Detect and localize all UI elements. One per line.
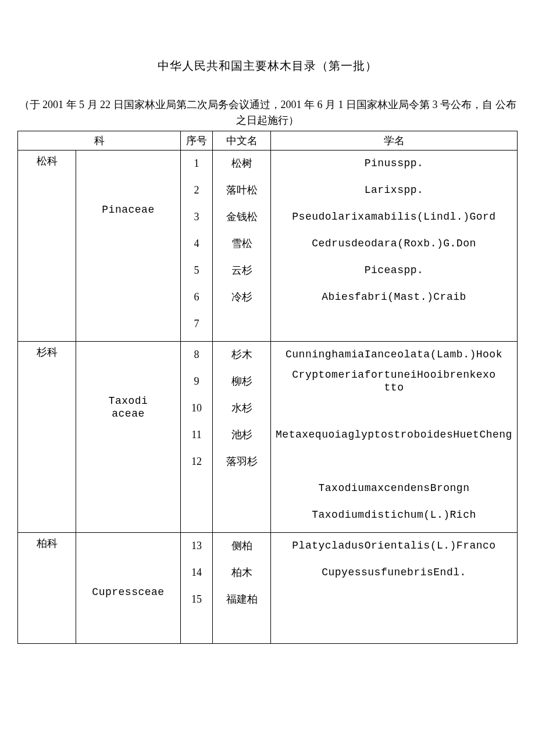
family-latin-cell: Cupressceae [76, 533, 181, 644]
latin-cell: Pinusspp.Larixspp.Pseudolarixamabilis(Li… [271, 151, 518, 342]
table-row: 柏科Cupressceae131415侧柏柏木福建柏PlatycladusOri… [18, 533, 518, 644]
seq-value: 3 [194, 204, 199, 231]
cn-name: 松树 [231, 151, 252, 177]
seq-value: 11 [191, 422, 201, 449]
latin-name: Pinusspp. [271, 151, 517, 177]
latin-cell: PlatycladusOrientalis(L.)FrancoCupyessus… [271, 533, 518, 644]
seq-value: 13 [191, 533, 202, 560]
latin-name: Taxodiumdistichum(L.)Rich [271, 502, 517, 529]
latin-name [271, 586, 517, 613]
seq-value: 2 [194, 177, 199, 204]
cn-cell: 杉木柳杉水杉池杉落羽杉 [213, 342, 271, 533]
family-latin-cell: Taxodi aceae [76, 342, 181, 533]
th-family: 科 [18, 131, 181, 151]
table-row: 杉科Taxodi aceae89101112杉木柳杉水杉池杉落羽杉Cunning… [18, 342, 518, 533]
cn-name: 金钱松 [226, 204, 258, 231]
cn-name: 侧柏 [231, 533, 252, 560]
family-cn: 杉科 [18, 342, 76, 532]
latin-name: Larixspp. [271, 177, 517, 204]
th-seq: 序号 [181, 131, 213, 151]
th-latin: 学名 [271, 131, 518, 151]
seq-value: 15 [191, 586, 202, 613]
cn-name: 落羽杉 [226, 449, 258, 475]
page-title: 中华人民共和国主要林木目录（第一批） [17, 58, 518, 74]
latin-name [271, 613, 517, 640]
document-page: 中华人民共和国主要林木目录（第一批） （于 2001 年 5 月 22 日国家林… [0, 0, 535, 673]
issuance-note: （于 2001 年 5 月 22 日国家林业局第二次局务会议通过，2001 年 … [17, 97, 518, 128]
latin-name [271, 395, 517, 422]
latin-name: Abiesfabri(Mast.)Craib [271, 284, 517, 311]
seq-value: 6 [194, 284, 199, 311]
cn-cell: 松树落叶松金钱松雪松云杉冷杉 [213, 151, 271, 342]
latin-name: Pseudolarixamabilis(Lindl.)Gord [271, 204, 517, 231]
latin-name: MetaxequoiaglyptostroboidesHuetCheng [271, 422, 517, 449]
forest-species-table: 科 序号 中文名 学名 松科Pinaceae1234567松树落叶松金钱松雪松云… [17, 131, 518, 644]
latin-name: CryptomeriafortuneiHooibrenkexo tto [271, 368, 517, 395]
cn-name: 杉木 [231, 342, 252, 368]
latin-name [271, 449, 517, 475]
seq-value: 10 [191, 395, 202, 422]
latin-name [271, 311, 517, 338]
seq-value: 5 [194, 257, 199, 284]
th-cn: 中文名 [213, 131, 271, 151]
seq-value: 4 [194, 231, 199, 257]
family-cn: 松科 [18, 151, 76, 341]
cn-name: 冷杉 [231, 284, 252, 311]
cn-name: 落叶松 [226, 177, 258, 204]
latin-name: PlatycladusOrientalis(L.)Franco [271, 533, 517, 560]
family-latin: Taxodi aceae [76, 342, 180, 529]
seq-value: 8 [194, 342, 199, 368]
family-latin: Cupressceae [76, 533, 180, 640]
cn-cell: 侧柏柏木福建柏 [213, 533, 271, 644]
seq-value: 7 [194, 311, 199, 338]
seq-value: 1 [194, 151, 199, 177]
table-row: 松科Pinaceae1234567松树落叶松金钱松雪松云杉冷杉Pinusspp.… [18, 151, 518, 342]
seq-cell: 131415 [181, 533, 213, 644]
seq-cell: 89101112 [181, 342, 213, 533]
table-header-row: 科 序号 中文名 学名 [18, 131, 518, 151]
cn-name: 雪松 [231, 231, 252, 257]
seq-value: 12 [191, 449, 202, 475]
family-latin: Pinaceae [76, 151, 180, 338]
family-cn-cell: 杉科 [18, 342, 76, 533]
latin-name: Piceaspp. [271, 257, 517, 284]
latin-name: CupyessusfunebrisEndl. [271, 560, 517, 586]
family-cn-cell: 松科 [18, 151, 76, 342]
cn-name: 云杉 [231, 257, 252, 284]
cn-name: 柏木 [231, 560, 252, 586]
family-cn-cell: 柏科 [18, 533, 76, 644]
latin-cell: CunninghamiaIanceolata(Lamb.)HookCryptom… [271, 342, 518, 533]
seq-value: 9 [194, 368, 199, 395]
seq-value: 14 [191, 560, 202, 586]
family-cn: 柏科 [18, 533, 76, 643]
cn-name: 柳杉 [231, 368, 252, 395]
cn-name: 福建柏 [226, 586, 258, 613]
cn-name: 池杉 [231, 422, 252, 449]
latin-name: TaxodiumaxcendensBrongn [271, 475, 517, 502]
latin-name: Cedrusdeodara(Roxb.)G.Don [271, 231, 517, 257]
seq-cell: 1234567 [181, 151, 213, 342]
cn-name: 水杉 [231, 395, 252, 422]
family-latin-cell: Pinaceae [76, 151, 181, 342]
latin-name: CunninghamiaIanceolata(Lamb.)Hook [271, 342, 517, 368]
